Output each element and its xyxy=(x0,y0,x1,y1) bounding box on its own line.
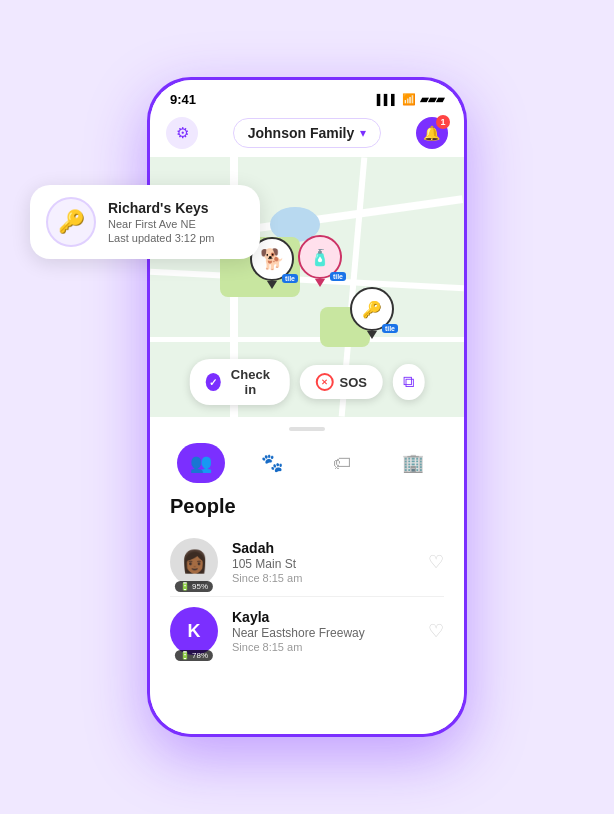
phone-screen: 9:41 ▌▌▌ 📶 ▰▰▰ ⚙ Johnson Family ▾ xyxy=(150,80,464,734)
marker-pin xyxy=(267,281,277,289)
checkin-button[interactable]: ✓ Check in xyxy=(190,359,290,405)
section-title: People xyxy=(150,491,464,528)
family-name-label: Johnson Family xyxy=(248,125,355,141)
tab-people[interactable]: 👥 xyxy=(177,443,225,483)
kayla-avatar: K xyxy=(170,607,218,655)
sos-label: SOS xyxy=(340,375,367,390)
phone-outer: 9:41 ▌▌▌ 📶 ▰▰▰ ⚙ Johnson Family ▾ xyxy=(147,77,467,737)
phone-frame: 9:41 ▌▌▌ 📶 ▰▰▰ ⚙ Johnson Family ▾ xyxy=(147,77,467,737)
places-icon: 🏢 xyxy=(402,452,424,474)
tab-items[interactable]: 🏷 xyxy=(318,443,366,483)
signal-icon: ▌▌▌ xyxy=(377,94,398,105)
wifi-icon: 📶 xyxy=(402,93,416,106)
map-marker-keys[interactable]: 🔑 tile xyxy=(350,287,394,339)
tile-badge3: tile xyxy=(382,324,398,333)
sadah-favorite-icon[interactable]: ♡ xyxy=(428,551,444,573)
drag-handle xyxy=(289,427,325,431)
settings-button[interactable]: ⚙ xyxy=(166,117,198,149)
tile-badge: tile xyxy=(282,274,298,283)
notification-button[interactable]: 🔔 1 xyxy=(416,117,448,149)
layers-button[interactable]: ⧉ xyxy=(393,364,424,400)
keys-location: Near First Ave NE xyxy=(108,218,214,230)
person-card-kayla[interactable]: K 🔋 78% Kayla Near Eastshore Freeway Sin… xyxy=(150,597,464,665)
family-selector-button[interactable]: Johnson Family ▾ xyxy=(233,118,382,148)
items-icon: 🏷 xyxy=(333,453,351,474)
checkin-icon: ✓ xyxy=(206,373,221,391)
kayla-since: Since 8:15 am xyxy=(232,641,414,653)
sadah-since: Since 8:15 am xyxy=(232,572,414,584)
status-bar: 9:41 ▌▌▌ 📶 ▰▰▰ xyxy=(150,80,464,111)
keys-info: Richard's Keys Near First Ave NE Last up… xyxy=(108,200,214,244)
keys-card[interactable]: 🔑 Richard's Keys Near First Ave NE Last … xyxy=(30,185,260,259)
sadah-name: Sadah xyxy=(232,540,414,556)
sadah-avatar: 👩🏾 xyxy=(170,538,218,586)
status-icons: ▌▌▌ 📶 ▰▰▰ xyxy=(377,93,444,106)
layers-icon: ⧉ xyxy=(403,373,414,391)
bottom-panel: 👥 🐾 🏷 🏢 People xyxy=(150,417,464,734)
sadah-avatar-wrap: 👩🏾 🔋 95% xyxy=(170,538,218,586)
kayla-battery: 🔋 78% xyxy=(175,650,213,661)
battery-icon: ▰▰▰ xyxy=(420,93,444,106)
map-marker-person2[interactable]: 🧴 tile xyxy=(298,235,342,287)
pets-icon: 🐾 xyxy=(261,452,283,474)
person-card-sadah[interactable]: 👩🏾 🔋 95% Sadah 105 Main St Since 8:15 am… xyxy=(150,528,464,596)
notification-badge: 1 xyxy=(436,115,450,129)
status-time: 9:41 xyxy=(170,92,196,107)
gear-icon: ⚙ xyxy=(176,124,189,142)
marker-pin xyxy=(315,279,325,287)
marker-pin xyxy=(367,331,377,339)
checkin-label: Check in xyxy=(227,367,273,397)
kayla-location: Near Eastshore Freeway xyxy=(232,626,414,640)
kayla-info: Kayla Near Eastshore Freeway Since 8:15 … xyxy=(232,609,414,653)
sos-button[interactable]: ✕ SOS xyxy=(300,365,383,399)
top-bar: ⚙ Johnson Family ▾ 🔔 1 xyxy=(150,111,464,157)
kayla-avatar-wrap: K 🔋 78% xyxy=(170,607,218,655)
tile-badge2: tile xyxy=(330,272,346,281)
kayla-name: Kayla xyxy=(232,609,414,625)
sos-icon: ✕ xyxy=(316,373,334,391)
chevron-down-icon: ▾ xyxy=(360,126,366,140)
map-actions: ✓ Check in ✕ SOS ⧉ xyxy=(190,359,425,405)
tab-pets[interactable]: 🐾 xyxy=(248,443,296,483)
people-icon: 👥 xyxy=(190,452,212,474)
keys-avatar: 🔑 xyxy=(46,197,96,247)
map-road xyxy=(150,337,464,342)
tab-places[interactable]: 🏢 xyxy=(389,443,437,483)
tab-bar: 👥 🐾 🏷 🏢 xyxy=(150,439,464,491)
sadah-info: Sadah 105 Main St Since 8:15 am xyxy=(232,540,414,584)
sadah-battery: 🔋 95% xyxy=(175,581,213,592)
keys-title: Richard's Keys xyxy=(108,200,214,216)
kayla-favorite-icon[interactable]: ♡ xyxy=(428,620,444,642)
sadah-location: 105 Main St xyxy=(232,557,414,571)
keys-updated: Last updated 3:12 pm xyxy=(108,232,214,244)
